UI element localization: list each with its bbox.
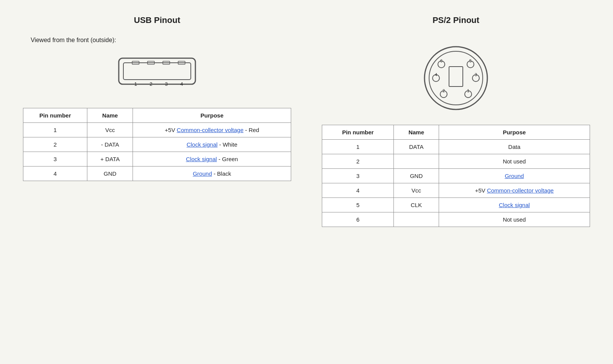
usb-col-pin: Pin number: [23, 108, 87, 123]
svg-text:4: 4: [180, 81, 183, 87]
usb-row-4-link[interactable]: Ground: [193, 170, 212, 177]
usb-row-3-purpose: Clock signal - Green: [133, 152, 291, 166]
ps2-table: Pin number Name Purpose 1 DATA Data 2 No…: [322, 125, 590, 227]
usb-section: USB Pinout Viewed from the front (outsid…: [23, 15, 291, 181]
ps2-row-2-pin: 2: [322, 154, 394, 169]
ps2-row-4-name: Vcc: [394, 183, 439, 198]
ps2-section: PS/2 Pinout 5 6 3: [322, 15, 590, 227]
svg-point-10: [425, 47, 487, 109]
usb-row-3: 3 + DATA Clock signal - Green: [23, 152, 291, 166]
ps2-row-5-link[interactable]: Clock signal: [499, 202, 530, 208]
usb-row-2-purpose: Clock signal - White: [133, 137, 291, 152]
svg-text:2: 2: [149, 81, 152, 87]
ps2-table-header-row: Pin number Name Purpose: [322, 125, 590, 140]
usb-connector-diagram: 1 2 3 4: [23, 51, 291, 93]
ps2-row-1-pin: 1: [322, 140, 394, 154]
ps2-row-1-name: DATA: [394, 140, 439, 154]
ps2-row-5: 5 CLK Clock signal: [322, 198, 590, 212]
ps2-col-purpose: Purpose: [439, 125, 590, 140]
svg-rect-0: [119, 58, 195, 84]
svg-text:3: 3: [165, 81, 167, 87]
ps2-row-4-pin: 4: [322, 183, 394, 198]
svg-rect-1: [123, 63, 191, 80]
usb-row-1-purpose: +5V Common-collector voltage - Red: [133, 123, 291, 137]
ps2-row-3: 3 GND Ground: [322, 169, 590, 183]
svg-text:1: 1: [134, 81, 137, 87]
ps2-title: PS/2 Pinout: [322, 15, 590, 25]
svg-point-11: [429, 51, 483, 105]
usb-col-purpose: Purpose: [133, 108, 291, 123]
usb-row-3-name: + DATA: [87, 152, 133, 166]
usb-row-2: 2 - DATA Clock signal - White: [23, 137, 291, 152]
svg-text:6: 6: [440, 59, 443, 63]
usb-connector-svg: 1 2 3 4: [115, 51, 199, 93]
usb-row-3-link[interactable]: Clock signal: [186, 156, 217, 162]
ps2-row-4-purpose: +5V Common-collector voltage: [439, 183, 590, 198]
ps2-connector-svg: 5 6 3 4 1 2: [418, 37, 494, 113]
ps2-row-3-link[interactable]: Ground: [505, 173, 524, 179]
ps2-row-2-name: [394, 154, 439, 169]
usb-row-4-pin: 4: [23, 166, 87, 181]
ps2-row-3-purpose: Ground: [439, 169, 590, 183]
ps2-row-4: 4 Vcc +5V Common-collector voltage: [322, 183, 590, 198]
svg-text:4: 4: [435, 72, 437, 77]
usb-col-name: Name: [87, 108, 133, 123]
ps2-row-6-purpose: Not used: [439, 212, 590, 227]
ps2-col-pin: Pin number: [322, 125, 394, 140]
svg-text:3: 3: [475, 72, 477, 77]
usb-table: Pin number Name Purpose 1 Vcc +5V Common…: [23, 108, 291, 181]
ps2-row-1: 1 DATA Data: [322, 140, 590, 154]
ps2-connector-diagram: 5 6 3 4 1 2: [322, 37, 590, 113]
svg-text:1: 1: [467, 88, 469, 93]
usb-row-2-link[interactable]: Clock signal: [187, 141, 218, 148]
ps2-row-6: 6 Not used: [322, 212, 590, 227]
ps2-row-3-name: GND: [394, 169, 439, 183]
svg-rect-12: [449, 67, 463, 87]
ps2-row-1-purpose: Data: [439, 140, 590, 154]
usb-row-1-pin: 1: [23, 123, 87, 137]
main-layout: USB Pinout Viewed from the front (outsid…: [23, 15, 590, 227]
usb-row-1-name: Vcc: [87, 123, 133, 137]
ps2-col-name: Name: [394, 125, 439, 140]
ps2-row-3-pin: 3: [322, 169, 394, 183]
usb-row-3-pin: 3: [23, 152, 87, 166]
ps2-row-6-name: [394, 212, 439, 227]
ps2-row-2: 2 Not used: [322, 154, 590, 169]
usb-row-1-link[interactable]: Common-collector voltage: [177, 127, 243, 133]
usb-row-4: 4 GND Ground - Black: [23, 166, 291, 181]
usb-row-4-purpose: Ground - Black: [133, 166, 291, 181]
ps2-row-5-pin: 5: [322, 198, 394, 212]
ps2-row-6-pin: 6: [322, 212, 394, 227]
usb-view-label: Viewed from the front (outside):: [23, 37, 291, 44]
ps2-row-5-purpose: Clock signal: [439, 198, 590, 212]
usb-row-2-pin: 2: [23, 137, 87, 152]
ps2-row-2-purpose: Not used: [439, 154, 590, 169]
usb-row-2-name: - DATA: [87, 137, 133, 152]
usb-table-header-row: Pin number Name Purpose: [23, 108, 291, 123]
svg-text:5: 5: [469, 59, 472, 63]
usb-row-1: 1 Vcc +5V Common-collector voltage - Red: [23, 123, 291, 137]
usb-title: USB Pinout: [23, 15, 291, 25]
ps2-row-4-link[interactable]: Common-collector voltage: [487, 187, 554, 194]
svg-text:2: 2: [443, 88, 445, 93]
ps2-row-5-name: CLK: [394, 198, 439, 212]
usb-row-4-name: GND: [87, 166, 133, 181]
